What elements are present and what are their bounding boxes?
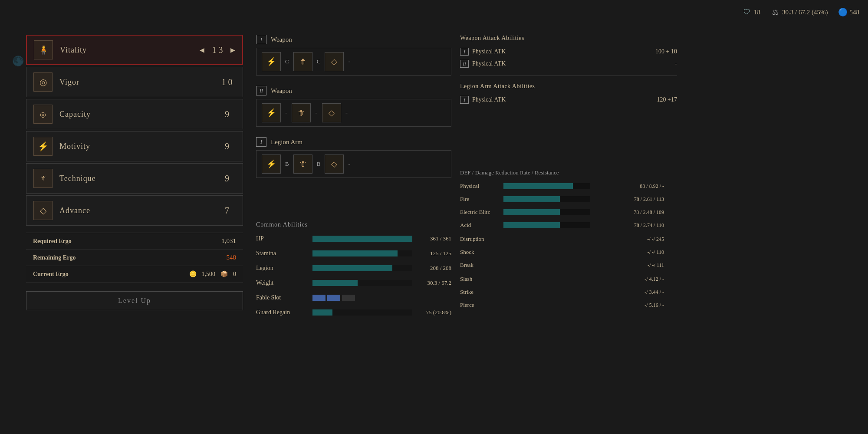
def-fire-bar	[503, 196, 590, 202]
weapon-attack-title: Weapon Attack Abilities	[460, 35, 677, 42]
vitality-decrease[interactable]: ◀	[200, 46, 204, 54]
weapon-ii-slots[interactable]: ⚡ - 🗡 - ◇ -	[256, 99, 451, 127]
def-acid-value: 78 / 2.74 / 110	[595, 222, 664, 229]
left-decor-icon: 🌑	[12, 56, 24, 67]
def-electric-row: Electric Blitz 78 / 2.48 / 109	[460, 207, 677, 218]
vitality-increase[interactable]: ▶	[230, 46, 235, 54]
def-shock-value: -/ -/ 110	[595, 249, 664, 256]
stat-row-advance[interactable]: ◇ Advance 7	[26, 195, 243, 226]
weapon-i-slots[interactable]: ⚡ C 🗡 C ◇ -	[256, 48, 451, 76]
atk-roman-i: I	[460, 48, 469, 56]
vigor-label: Vigor	[59, 78, 218, 87]
ability-hp-fill	[312, 236, 412, 242]
legion-slot-2[interactable]: 🗡	[293, 155, 312, 174]
ability-weight-label: Weight	[256, 279, 308, 286]
ability-legion-value: 208 / 208	[417, 265, 451, 272]
weapon-attack-i-row: I Physical ATK 100 + 10	[460, 47, 677, 56]
capacity-value: 9	[218, 109, 236, 119]
weapon-ii-grade-1: -	[285, 109, 287, 117]
vitality-controls[interactable]: ◀ 1 3 ▶	[200, 45, 235, 55]
legion-arm-label: Legion Arm	[271, 138, 302, 146]
ability-legion-fill	[312, 265, 392, 271]
def-electric-label: Electric Blitz	[460, 209, 503, 216]
level-up-button[interactable]: Level Up	[26, 291, 243, 310]
legion-arm-header: I Legion Arm	[256, 137, 451, 147]
level-up-label: Level Up	[118, 297, 151, 305]
top-hud: 🛡 18 ⚖ 30.3 / 67.2 (45%) 🔵 548	[743, 8, 859, 16]
weapon-i-grade-1: C	[285, 58, 289, 65]
remaining-ergo-row: Remaining Ergo 548	[26, 250, 243, 266]
motivity-value: 9	[218, 141, 236, 151]
ability-guard-fill	[312, 309, 332, 316]
def-strike-label: Strike	[460, 289, 503, 296]
def-slash-row: Slash -/ 4.12 / -	[460, 273, 677, 285]
stat-row-capacity[interactable]: ◎ Capacity 9	[26, 99, 243, 129]
divider-1	[460, 76, 677, 76]
fable-slot-3	[342, 295, 355, 301]
technique-value: 9	[218, 174, 236, 184]
def-physical-bar	[503, 183, 590, 189]
ability-guard-value: 75 (20.8%)	[417, 309, 451, 316]
weapon-i-label: Weapon	[271, 36, 292, 43]
atk-ii-label: Physical ATK	[472, 60, 506, 67]
vigor-icon: ◎	[33, 72, 53, 92]
legion-slot-1[interactable]: ⚡	[262, 155, 281, 174]
ability-guard-bar	[312, 309, 412, 316]
hud-shield: 🛡 18	[743, 8, 760, 16]
legion-attack-title: Legion Arm Attack Abilities	[460, 83, 677, 90]
attack-abilities-panel: Weapon Attack Abilities I Physical ATK 1…	[460, 35, 677, 107]
def-shock-row: Shock -/ -/ 110	[460, 247, 677, 258]
weapon-i-badge: I	[256, 35, 266, 44]
weapon-i-grade-2: C	[317, 58, 321, 65]
def-strike-bar	[503, 289, 590, 295]
weapon-ii-grade-2: -	[315, 109, 317, 117]
weapon-ii-grade-3: -	[345, 109, 348, 117]
weapon-attack-ii-row: II Physical ATK -	[460, 59, 677, 69]
ability-weight-value: 30.3 / 67.2	[417, 279, 451, 286]
weapon-i-slot-1[interactable]: ⚡	[262, 52, 281, 71]
capacity-icon: ◎	[33, 105, 53, 124]
def-electric-fill	[503, 209, 560, 215]
legion-atk-i-label: Physical ATK	[472, 96, 506, 103]
ability-weight-row: Weight 30.3 / 67.2	[256, 277, 451, 289]
legion-arm-section: I Legion Arm ⚡ B 🗡 B ◇ -	[256, 137, 451, 178]
ability-hp-value: 361 / 361	[417, 235, 451, 242]
def-fire-row: Fire 78 / 2.61 / 113	[460, 194, 677, 205]
def-slash-value: -/ 4.12 / -	[595, 276, 664, 283]
technique-icon: 🗡	[33, 169, 53, 188]
def-pierce-row: Pierce -/ 5.16 / -	[460, 299, 677, 311]
vitality-value: 1 3	[209, 45, 226, 55]
stat-row-vigor[interactable]: ◎ Vigor 1 0	[26, 67, 243, 97]
stat-row-technique[interactable]: 🗡 Technique 9	[26, 163, 243, 194]
def-disruption-value: -/ -/ 245	[595, 236, 664, 243]
def-disruption-label: Disruption	[460, 236, 503, 243]
ability-stamina-value: 125 / 125	[417, 250, 451, 257]
def-break-row: Break -/ -/ 111	[460, 260, 677, 271]
def-pierce-bar	[503, 302, 590, 308]
legion-grade-2: B	[317, 161, 321, 168]
def-strike-row: Strike -/ 3.44 / -	[460, 286, 677, 298]
legion-arm-slots[interactable]: ⚡ B 🗡 B ◇ -	[256, 150, 451, 178]
def-disruption-bar	[503, 236, 590, 242]
weapon-ii-badge: II	[256, 86, 266, 95]
weapon-i-slot-3[interactable]: ◇	[325, 52, 344, 71]
def-acid-row: Acid 78 / 2.74 / 110	[460, 220, 677, 231]
def-physical-fill	[503, 183, 573, 189]
def-break-value: -/ -/ 111	[595, 262, 664, 269]
legion-grade-1: B	[285, 161, 289, 168]
weapon-i-grade-3: -	[348, 58, 350, 66]
stat-row-motivity[interactable]: ⚡ Motivity 9	[26, 131, 243, 161]
def-physical-label: Physical	[460, 183, 503, 190]
def-fire-label: Fire	[460, 196, 503, 203]
ability-legion-label: Legion	[256, 265, 308, 272]
vitality-icon: 🧍	[34, 40, 53, 59]
weapon-ii-slot-1[interactable]: ⚡	[262, 103, 281, 122]
stat-row-vitality[interactable]: 🧍 Vitality ◀ 1 3 ▶	[26, 35, 243, 65]
ability-hp-label: HP	[256, 235, 308, 242]
def-break-bar	[503, 262, 590, 268]
legion-slot-3[interactable]: ◇	[325, 155, 344, 174]
weapon-i-slot-2[interactable]: 🗡	[293, 52, 312, 71]
weapon-ii-slot-3[interactable]: ◇	[322, 103, 341, 122]
weapon-ii-slot-2[interactable]: 🗡	[292, 103, 311, 122]
legion-grade-3: -	[348, 160, 350, 168]
